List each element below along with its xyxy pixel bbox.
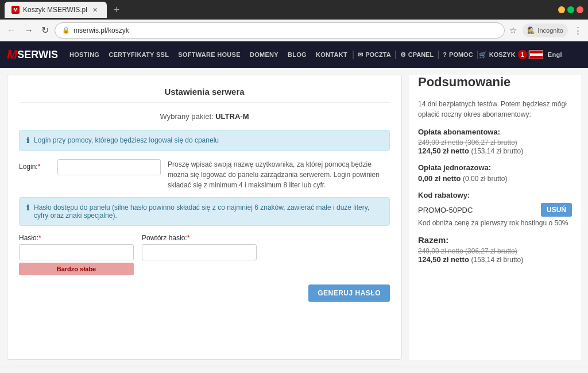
coupon-label: Kod rabatowy:: [418, 191, 572, 199]
cart-icon: 🛒: [479, 51, 487, 59]
server-settings-panel: Ustawienia serwera Wybrany pakiet: ULTRA…: [7, 75, 402, 360]
incognito-label: Incognito: [537, 27, 563, 34]
login-label: Login:*: [19, 159, 51, 171]
main-content: Ustawienia serwera Wybrany pakiet: ULTRA…: [0, 68, 588, 367]
mail-icon: ✉: [358, 51, 363, 59]
address-text: mserwis.pl/koszyk: [74, 26, 129, 34]
password-label: Hasło:*: [19, 234, 134, 242]
menu-icon[interactable]: ⋮: [572, 24, 583, 37]
summary-title: Podsumowanie: [418, 75, 572, 92]
summary-panel: Podsumowanie 14 dni bezpłatnych testów. …: [409, 75, 581, 360]
logo-serwis: SERWIS: [17, 49, 58, 61]
total-price-original: 249,00 zł netto (306,27 zł brutto): [418, 247, 572, 255]
nav-blog[interactable]: BLOG: [283, 51, 311, 58]
password-input[interactable]: [19, 244, 134, 260]
forward-nav-btn[interactable]: →: [22, 24, 36, 37]
login-info-text: Login przy pomocy, którego będziesz logo…: [34, 136, 219, 144]
nav-domeny[interactable]: DOMENY: [245, 51, 283, 58]
subscription-label: Opłata abonamentowa:: [418, 128, 572, 136]
summary-trial-text: 14 dni bezpłatnych testów. Potem będzies…: [418, 99, 572, 120]
coupon-code: PROMO-50PDC: [418, 206, 536, 214]
confirm-password-label: Powtórz hasło:*: [142, 234, 257, 242]
nav-cart[interactable]: 🛒 KOSZYK 1: [479, 50, 527, 59]
remove-coupon-btn[interactable]: USUŃ: [541, 203, 572, 217]
address-bar[interactable]: 🔒 mserwis.pl/koszyk: [55, 22, 505, 39]
back-nav-btn[interactable]: ←: [5, 24, 18, 37]
nav-ssl[interactable]: CERTYFIKATY SSL: [104, 51, 173, 58]
total-label: Razem:: [418, 235, 572, 245]
new-tab-btn[interactable]: +: [109, 4, 125, 16]
incognito-icon: 🕵: [527, 26, 535, 34]
help-icon: ?: [443, 51, 447, 58]
login-help-text: Proszę wpisać swoją nazwę użytkownika, z…: [168, 159, 390, 190]
onetime-price: 0,00 zł netto (0,00 zł brutto): [418, 174, 572, 183]
password-info-text: Hasło dostępu do panelu (silne hasło pow…: [34, 203, 382, 220]
info-icon: ℹ: [26, 136, 29, 145]
maximize-btn[interactable]: [567, 6, 574, 13]
login-form-row: Login:* Proszę wpisać swoją nazwę użytko…: [19, 159, 390, 190]
coupon-section: Kod rabatowy: PROMO-50PDC USUŃ Kod obniż…: [418, 191, 572, 227]
login-info-box: ℹ Login przy pomocy, którego będziesz lo…: [19, 130, 390, 151]
logo-m: M: [7, 47, 17, 62]
coupon-note: Kod obniża cenę za pierwszy rok hostingu…: [418, 219, 572, 227]
tab-title: Koszyk MSERWIS.pl: [23, 6, 87, 14]
tab-close-btn[interactable]: ✕: [91, 5, 100, 14]
subscription-price-current: 124,50 zł netto (153,14 zł brutto): [418, 147, 572, 155]
browser-tab[interactable]: M Koszyk MSERWIS.pl ✕: [5, 2, 107, 18]
panel-title: Ustawienia serwera: [19, 87, 390, 103]
password-field-group: Hasło:* Bardzo słabe: [19, 234, 134, 275]
reload-btn[interactable]: ↻: [39, 24, 51, 37]
password-info-icon: ℹ: [26, 203, 29, 212]
onetime-label: Opłata jednorazowa:: [418, 163, 572, 172]
cart-count: 1: [518, 50, 527, 59]
flag-icon[interactable]: [529, 50, 543, 59]
confirm-password-field-group: Powtórz hasło:*: [142, 234, 257, 260]
nav-pomoc[interactable]: ? POMOC: [439, 51, 476, 58]
login-input[interactable]: [57, 159, 161, 175]
minimize-btn[interactable]: [558, 6, 565, 13]
generate-password-btn[interactable]: GENERUJ HASŁO: [308, 284, 390, 302]
nav-lang[interactable]: Engl: [543, 51, 567, 58]
total-section: Razem: 249,00 zł netto (306,27 zł brutto…: [418, 235, 572, 264]
package-name: ULTRA-M: [215, 112, 249, 121]
site-navigation: M SERWIS HOSTING CERTYFIKATY SSL SOFTWAR…: [0, 41, 588, 68]
bottom-navigation: ‹ WSTECZ DALEJ ›: [0, 367, 588, 373]
subscription-price-original: 249,00 zł netto (306,27 zł brutto): [418, 139, 572, 147]
tab-favicon: M: [11, 6, 20, 14]
nav-kontakt[interactable]: KONTAKT: [311, 51, 352, 58]
password-fields: Hasło:* Bardzo słabe Powtórz hasło:*: [19, 234, 390, 275]
nav-software-house[interactable]: SOFTWARE HOUSE: [173, 51, 245, 58]
close-btn[interactable]: [577, 6, 583, 13]
subscription-section: Opłata abonamentowa: 249,00 zł netto (30…: [418, 128, 572, 155]
bookmark-icon[interactable]: ☆: [508, 24, 518, 37]
confirm-password-input[interactable]: [142, 244, 257, 260]
incognito-btn[interactable]: 🕵 Incognito: [523, 24, 568, 37]
nav-cpanel[interactable]: ⚙ CPANEL: [397, 51, 437, 59]
site-logo[interactable]: M SERWIS: [7, 47, 58, 62]
nav-items: HOSTING CERTYFIKATY SSL SOFTWARE HOUSE D…: [65, 49, 581, 60]
total-price-current: 124,50 zł netto (153,14 zł brutto): [418, 255, 572, 264]
selected-package: Wybrany pakiet: ULTRA-M: [19, 112, 390, 121]
password-strength: Bardzo słabe: [19, 263, 134, 275]
lock-icon: 🔒: [62, 26, 70, 34]
gear-icon: ⚙: [400, 51, 406, 59]
password-info-box: ℹ Hasło dostępu do panelu (silne hasło p…: [19, 197, 390, 226]
nav-hosting[interactable]: HOSTING: [65, 51, 104, 58]
coupon-row: PROMO-50PDC USUŃ: [418, 203, 572, 217]
nav-poczta[interactable]: ✉ POCZTA: [354, 51, 394, 59]
onetime-section: Opłata jednorazowa: 0,00 zł netto (0,00 …: [418, 163, 572, 183]
